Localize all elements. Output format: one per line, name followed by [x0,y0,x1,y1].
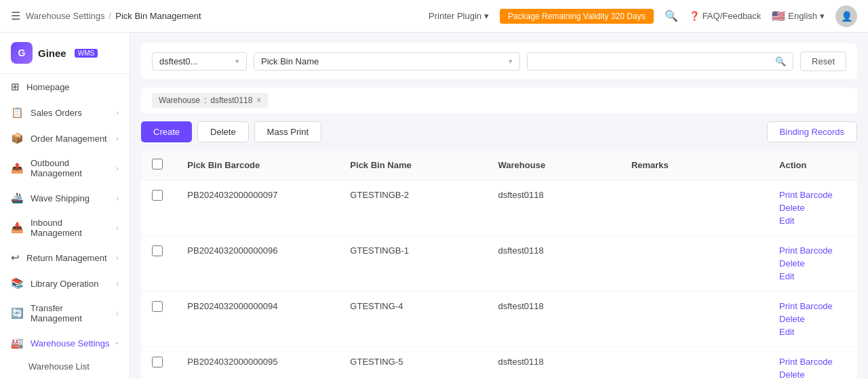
chevron-down-icon: › [113,342,121,344]
action-bar-left: Create Delete Mass Print [141,121,321,142]
search-field[interactable]: 🔍 [527,52,793,71]
delete-button[interactable]: Delete [197,121,249,142]
sidebar-item-inbound-management[interactable]: 📥 Inbound Management › [0,211,130,245]
row-name: GTESTINGB-2 [339,180,487,236]
binding-records-button[interactable]: Binding Records [767,121,857,142]
warehouse-select[interactable]: dsftest0... ▾ [152,52,247,71]
homepage-icon: ⊞ [11,81,20,93]
search-icon[interactable]: 🔍 [665,9,678,22]
topbar: ☰ Warehouse Settings / Pick Bin Manageme… [0,0,868,33]
return-icon: ↩ [11,252,20,264]
chevron-right-icon: › [116,108,119,117]
row-checkbox-cell [141,180,176,236]
print-barcode-link[interactable]: Print Barcode [779,245,846,256]
reset-button[interactable]: Reset [800,52,846,71]
row-checkbox-cell [141,347,176,380]
th-remarks: Remarks [620,151,768,180]
delete-link[interactable]: Delete [779,370,846,379]
row-name: GTESTING-5 [339,347,487,380]
edit-link[interactable]: Edit [779,271,846,281]
row-barcode: PB2024032000000096 [176,236,339,292]
faq-link[interactable]: ❓ FAQ/Feedback [689,11,762,21]
table-header-row: Pick Bin Barcode Pick Bin Name Warehouse… [141,151,857,180]
sidebar-label-order-management: Order Management [31,134,107,144]
row-checkbox[interactable] [152,301,163,312]
row-warehouse: dsftest0118 [488,347,620,380]
lang-dropdown-icon: ▾ [820,11,825,21]
chevron-right-icon: › [116,309,119,317]
row-checkbox[interactable] [152,357,163,367]
row-actions: Print Barcode Delete Edit [768,292,857,347]
sidebar-item-warehouse-list[interactable]: Warehouse List [0,356,130,377]
create-button[interactable]: Create [141,121,192,142]
sidebar-item-wave-shipping[interactable]: 🚢 Wave Shipping › [0,185,130,211]
edit-link[interactable]: Edit [779,327,846,337]
search-input[interactable] [534,56,775,66]
table-row: PB2024032000000095 GTESTING-5 dsftest011… [141,347,857,380]
row-actions: Print Barcode Delete Edit [768,236,857,292]
print-barcode-link[interactable]: Print Barcode [779,301,846,311]
sidebar-label-return: Return Management [26,253,107,263]
row-barcode: PB2024032000000094 [176,292,339,347]
warehouse-filter-tag: Warehouse : dsftest0118 × [152,93,268,108]
sidebar: G Ginee WMS ⊞ Homepage 📋 Sales Orders › … [0,33,130,379]
tag-close-icon[interactable]: × [256,96,261,105]
user-avatar[interactable]: 👤 [835,5,857,27]
delete-link[interactable]: Delete [779,203,846,213]
main-layout: G Ginee WMS ⊞ Homepage 📋 Sales Orders › … [0,33,868,379]
sidebar-item-outbound-management[interactable]: 📤 Outbound Management › [0,151,130,185]
table-row: PB2024032000000096 GTESTINGB-1 dsftest01… [141,236,857,292]
sidebar-label-sales-orders: Sales Orders [31,108,82,118]
printer-plugin-button[interactable]: Printer Plugin ▾ [429,11,489,21]
sidebar-item-order-management[interactable]: 📦 Order Management › [0,125,130,151]
row-checkbox[interactable] [152,190,163,201]
search-magnifier-icon: 🔍 [775,56,786,66]
pick-bin-name-select[interactable]: Pick Bin Name ▾ [254,52,520,71]
row-warehouse: dsftest0118 [488,180,620,236]
language-selector[interactable]: 🇺🇸 English ▾ [772,9,825,22]
chevron-right-icon: › [116,254,119,262]
mass-print-button[interactable]: Mass Print [254,121,321,142]
print-barcode-link[interactable]: Print Barcode [779,357,846,367]
warehouse-select-value: dsftest0... [159,56,231,66]
row-remarks [620,347,768,380]
filter-tag-bar: Warehouse : dsftest0118 × [141,87,857,113]
row-checkbox-cell [141,292,176,347]
package-badge[interactable]: Package Remaining Validity 320 Days [500,9,654,24]
wave-shipping-icon: 🚢 [11,192,24,204]
sidebar-item-sales-orders[interactable]: 📋 Sales Orders › [0,100,130,125]
row-checkbox-cell [141,236,176,292]
chevron-right-icon: › [116,194,119,202]
sidebar-item-warehouse-settings[interactable]: 🏭 Warehouse Settings › [0,330,130,356]
row-remarks [620,292,768,347]
sidebar-label-outbound: Outbound Management [31,158,116,178]
pick-bin-name-label: Pick Bin Name [261,56,505,66]
row-warehouse: dsftest0118 [488,236,620,292]
delete-link[interactable]: Delete [779,314,846,324]
sidebar-item-return-management[interactable]: ↩ Return Management › [0,245,130,271]
outbound-icon: 📤 [11,162,24,174]
sidebar-label-homepage: Homepage [26,82,70,92]
menu-icon[interactable]: ☰ [11,9,20,22]
chevron-right-icon: › [116,279,119,287]
row-warehouse: dsftest0118 [488,292,620,347]
sidebar-label-inbound: Inbound Management [31,218,116,238]
print-barcode-link[interactable]: Print Barcode [779,190,846,200]
library-icon: 📚 [11,277,24,290]
sidebar-label-transfer: Transfer Management [31,303,116,323]
th-barcode: Pick Bin Barcode [176,151,339,180]
topbar-right: Printer Plugin ▾ Package Remaining Valid… [429,5,857,27]
sidebar-item-library-operation[interactable]: 📚 Library Operation › [0,271,130,296]
row-remarks [620,236,768,292]
tag-label: Warehouse [159,96,200,105]
delete-link[interactable]: Delete [779,258,846,268]
edit-link[interactable]: Edit [779,216,846,226]
th-checkbox [141,151,176,180]
filter-bar: dsftest0... ▾ Pick Bin Name ▾ 🔍 Reset [141,43,857,79]
sidebar-item-homepage[interactable]: ⊞ Homepage [0,74,130,100]
select-all-checkbox[interactable] [152,159,163,169]
sidebar-item-transfer-management[interactable]: 🔄 Transfer Management › [0,296,130,330]
row-checkbox[interactable] [152,245,163,256]
action-bar: Create Delete Mass Print Binding Records [141,121,857,142]
breadcrumb-parent[interactable]: Warehouse Settings [26,11,105,21]
